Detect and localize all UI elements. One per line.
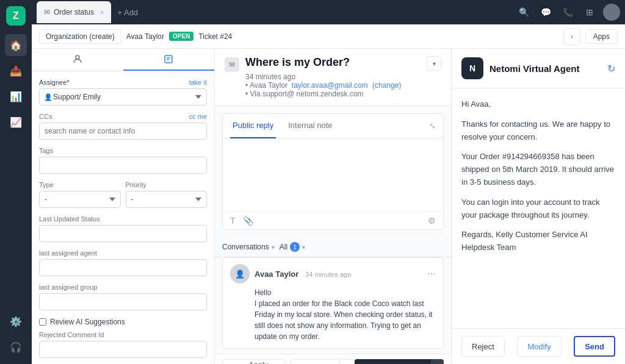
content-row: Assignee* take it 👤 Support/ Emily: [32, 49, 625, 364]
last-agent-label: last assigned agent: [39, 249, 97, 257]
breadcrumb-prev-btn[interactable]: ›: [563, 28, 580, 45]
rejected-comment-input[interactable]: [39, 341, 207, 358]
phone-btn[interactable]: 📞: [559, 4, 576, 21]
tags-input[interactable]: [39, 157, 207, 174]
breadcrumb-name: Avaa Taylor: [126, 32, 164, 41]
grid-btn[interactable]: ⊞: [581, 4, 598, 21]
rejected-comment-field: Rejected Comment Id: [39, 331, 207, 358]
netomi-modify-btn[interactable]: Modify: [517, 336, 561, 357]
apps-btn[interactable]: Apps: [585, 29, 618, 44]
reply-area: Public reply Internal note ⤡ T 📎 ⚙: [222, 113, 444, 230]
conv-sender-name: Avaa Taylor: [255, 269, 298, 279]
last-agent-input[interactable]: [39, 259, 207, 276]
tab-internal-note[interactable]: Internal note: [286, 114, 334, 138]
email-tab-icon: ✉: [44, 8, 50, 16]
conv-avatar: 👤: [230, 264, 250, 284]
reply-body[interactable]: [223, 138, 443, 212]
last-group-field: last assigned group: [39, 284, 207, 310]
tab-user[interactable]: [32, 49, 123, 71]
submit-area: Close tab ▾ Submit as Open ▾: [291, 359, 444, 364]
conversations-bar: Conversations ▾ All 1 ▾: [215, 237, 451, 257]
conv-menu-btn[interactable]: ⋯: [427, 269, 436, 279]
nav-settings[interactable]: ⚙️: [5, 310, 27, 332]
netomi-header: N Netomi Virtual Agent ↻: [452, 49, 625, 88]
main-content: ✉ Order status × + Add 🔍 💬 📞 ⊞ Organizat…: [32, 0, 625, 364]
tab-bar: ✉ Order status × + Add 🔍 💬 📞 ⊞: [32, 0, 625, 24]
review-ai-checkbox[interactable]: [39, 318, 46, 326]
assignee-label: Assignee*: [39, 79, 70, 86]
ticket-change-link[interactable]: (change): [372, 81, 401, 90]
netomi-reject-btn[interactable]: Reject: [461, 336, 505, 357]
last-updated-field: Last Updated Status: [39, 215, 207, 242]
priority-label: Priority: [126, 181, 146, 188]
type-select[interactable]: -: [39, 191, 121, 208]
add-tab-btn[interactable]: + Add: [111, 5, 144, 20]
netomi-title: Netomi Virtual Agent: [490, 63, 601, 74]
reply-expand-icon[interactable]: ⤡: [429, 121, 436, 130]
conv-filter-arrow[interactable]: ▾: [302, 244, 305, 251]
nav-inbox[interactable]: 📥: [5, 60, 27, 82]
assignee-select[interactable]: Support/ Emily: [39, 88, 207, 105]
netomi-line2: Your Order #914294669358 has been shippe…: [461, 151, 615, 188]
ticket-header: ✉ Where is my Order? 34 minutes ago • Av…: [215, 49, 451, 106]
conv-count-badge: 1: [290, 242, 300, 252]
nav-reports[interactable]: 📊: [5, 85, 27, 107]
tab-order-status[interactable]: ✉ Order status ×: [37, 1, 111, 23]
tab-label: Order status: [54, 8, 94, 16]
left-panel: Assignee* take it 👤 Support/ Emily: [32, 49, 215, 364]
chat-btn[interactable]: 💬: [537, 4, 554, 21]
svg-point-0: [76, 55, 79, 59]
netomi-line1: Thanks for contacting us. We are happy t…: [461, 118, 615, 144]
user-avatar[interactable]: [603, 4, 620, 21]
ticket-email[interactable]: taylor.avaa@gmail.com: [292, 81, 368, 90]
netomi-greeting: Hi Avaa,: [461, 98, 615, 111]
last-group-label: last assigned group: [39, 284, 97, 291]
topbar-icons: 🔍 💬 📞 ⊞: [515, 4, 620, 21]
search-btn[interactable]: 🔍: [515, 4, 532, 21]
apply-macro-btn[interactable]: ⚡ Apply macro ▾: [222, 359, 286, 364]
conv-time: 34 minutes ago: [305, 271, 351, 278]
nav-analytics[interactable]: 📈: [5, 111, 27, 133]
tab-close-btn[interactable]: ×: [100, 9, 104, 16]
netomi-refresh-btn[interactable]: ↻: [607, 63, 615, 74]
ticket-type-icon: ✉: [225, 57, 239, 72]
tab-ticket-info[interactable]: [123, 49, 215, 71]
person-icon: 👤: [44, 93, 52, 101]
netomi-line3: You can login into your account to track…: [461, 196, 615, 222]
netomi-footer: Reject Modify Send: [452, 328, 625, 364]
status-badge: OPEN: [169, 32, 193, 41]
priority-select[interactable]: -: [126, 191, 208, 208]
cc-me-link[interactable]: cc me: [189, 113, 207, 120]
ccs-input[interactable]: [39, 123, 207, 140]
conversations-dropdown[interactable]: Conversations ▾: [222, 243, 275, 251]
tab-public-reply[interactable]: Public reply: [230, 114, 276, 138]
tags-field: Tags: [39, 147, 207, 174]
ticket-area: ✉ Where is my Order? 34 minutes ago • Av…: [215, 49, 451, 364]
app-logo[interactable]: Z: [6, 6, 26, 26]
ticket-time: 34 minutes ago: [245, 73, 295, 81]
reply-tabs: Public reply Internal note ⤡: [223, 114, 443, 138]
macro-btn-label: Apply macro: [242, 360, 275, 364]
close-tab-btn[interactable]: Close tab: [291, 359, 340, 364]
netomi-signoff: Regards, Kelly Customer Service AI Helpd…: [461, 229, 615, 254]
submit-arrow-btn[interactable]: ▾: [431, 359, 444, 364]
attach-icon[interactable]: 📎: [243, 216, 253, 226]
review-ai-row: Review AI Suggestions: [39, 318, 207, 326]
format-text-icon[interactable]: T: [230, 216, 236, 226]
nav-home[interactable]: 🏠: [5, 34, 27, 56]
assignee-field: Assignee* take it 👤 Support/ Emily: [39, 79, 207, 105]
last-group-input[interactable]: [39, 293, 207, 310]
ticket-dropdown-btn[interactable]: ▾: [427, 56, 441, 71]
conv-entry: 👤 Avaa Taylor 34 minutes ago ⋯ Hello I p…: [222, 257, 444, 349]
close-tab-arrow-btn[interactable]: ▾: [340, 359, 355, 364]
take-it-link[interactable]: take it: [189, 79, 207, 86]
org-create-btn[interactable]: Organization (create): [39, 29, 121, 44]
nav-support[interactable]: 🎧: [5, 336, 27, 358]
netomi-send-btn[interactable]: Send: [574, 336, 615, 357]
left-panel-tabs: [32, 49, 214, 71]
tags-label: Tags: [39, 147, 53, 154]
last-updated-input[interactable]: [39, 225, 207, 242]
reply-settings-icon[interactable]: ⚙: [428, 216, 436, 226]
submit-open-btn[interactable]: Submit as Open: [355, 359, 431, 364]
last-agent-field: last assigned agent: [39, 249, 207, 276]
